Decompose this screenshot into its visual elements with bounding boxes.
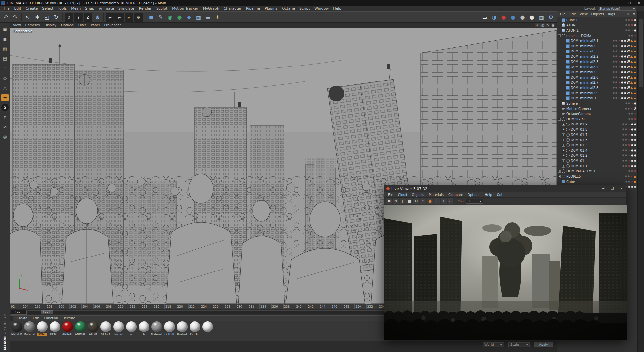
tag-tri[interactable] bbox=[634, 40, 636, 42]
tag-dot[interactable] bbox=[625, 149, 627, 151]
menu-item[interactable]: Render bbox=[137, 6, 154, 11]
pause-render-icon[interactable]: ‖ bbox=[400, 198, 406, 204]
environment-icon[interactable]: ▦ bbox=[194, 13, 203, 22]
tag-wdot[interactable] bbox=[621, 92, 623, 94]
material-item[interactable]: ANIMAT bbox=[62, 321, 73, 336]
tag-wdot[interactable] bbox=[621, 55, 623, 58]
viewport-menu-item[interactable]: ProRender bbox=[102, 23, 123, 28]
material-item[interactable]: Rusted bbox=[176, 321, 188, 336]
expand-toggle[interactable]: - bbox=[558, 118, 561, 121]
tag-wdot[interactable] bbox=[624, 61, 626, 63]
tag-dot[interactable] bbox=[625, 154, 627, 156]
tag-x[interactable] bbox=[631, 19, 633, 22]
tag-wdot[interactable] bbox=[631, 134, 633, 136]
lock-resolution-icon[interactable]: ⊙ bbox=[420, 198, 426, 204]
tag-dot[interactable] bbox=[613, 45, 615, 47]
tag-x[interactable] bbox=[618, 97, 621, 100]
object-row[interactable]: DOM_minimal2.2 bbox=[557, 54, 637, 59]
object-row[interactable]: - DOMBIG_all bbox=[557, 116, 637, 122]
material-menu-item[interactable]: Edit bbox=[30, 316, 41, 321]
edges-mode-icon[interactable]: ◇ bbox=[1, 74, 9, 82]
close-button[interactable]: ✕ bbox=[617, 185, 626, 192]
zoom-view-icon[interactable]: ◱ bbox=[540, 23, 545, 27]
tag-dot[interactable] bbox=[622, 149, 624, 151]
move-tool-icon[interactable]: ✚ bbox=[33, 13, 42, 22]
tag-dot[interactable] bbox=[615, 71, 617, 73]
tag-check[interactable] bbox=[627, 50, 630, 52]
z-axis-lock-icon[interactable]: Z bbox=[84, 13, 92, 22]
polygons-mode-icon[interactable]: △ bbox=[1, 84, 9, 92]
tag-wdot[interactable] bbox=[621, 71, 623, 73]
tag-x[interactable] bbox=[618, 92, 621, 95]
tag-tri[interactable] bbox=[630, 40, 633, 42]
menu-item[interactable]: Plugins bbox=[262, 6, 280, 11]
lock-workplane-icon[interactable]: ⊘ bbox=[1, 123, 9, 131]
tag-dot[interactable] bbox=[613, 55, 615, 57]
tag-tri[interactable] bbox=[634, 71, 636, 73]
tag-x[interactable] bbox=[631, 102, 633, 105]
tag-check[interactable] bbox=[627, 86, 630, 89]
tag-wdot[interactable] bbox=[624, 50, 626, 52]
menu-item[interactable]: Snap bbox=[83, 6, 97, 11]
tag-dot[interactable] bbox=[615, 92, 617, 94]
tag-tri[interactable] bbox=[634, 175, 636, 178]
tag-check[interactable] bbox=[627, 92, 630, 94]
tag-tri[interactable] bbox=[630, 87, 633, 89]
menu-item[interactable]: Edit bbox=[12, 6, 23, 11]
object-row[interactable]: DOM_minimal2.7 bbox=[557, 80, 637, 85]
material-item[interactable]: GLAZA bbox=[100, 321, 112, 336]
menu-item[interactable]: Character bbox=[222, 6, 244, 11]
expand-toggle[interactable]: + bbox=[562, 149, 565, 152]
tag-wdot[interactable] bbox=[631, 160, 633, 162]
tag-dot[interactable] bbox=[615, 55, 617, 57]
make-editable-icon[interactable]: ▣ bbox=[1, 25, 9, 33]
panel-filter-icon[interactable]: ≡ bbox=[626, 12, 631, 17]
tag-dot[interactable] bbox=[625, 165, 627, 167]
tag-x[interactable] bbox=[628, 154, 630, 157]
tag-dot[interactable] bbox=[625, 19, 627, 21]
tag-dot[interactable] bbox=[613, 66, 615, 68]
tag-x[interactable] bbox=[618, 60, 621, 63]
tag-x[interactable] bbox=[631, 29, 633, 32]
tag-dot[interactable] bbox=[613, 71, 615, 73]
points-mode-icon[interactable]: ∷ bbox=[1, 65, 9, 72]
material-item[interactable]: b bbox=[138, 321, 150, 336]
tag-x[interactable] bbox=[618, 39, 621, 42]
focus-picker-icon[interactable]: ✛ bbox=[434, 198, 440, 204]
object-row[interactable]: ATOM.1 bbox=[557, 28, 637, 33]
tag-dot[interactable] bbox=[628, 170, 630, 172]
tag-x[interactable] bbox=[628, 149, 630, 152]
tag-tri[interactable] bbox=[634, 92, 636, 94]
tag-dot[interactable] bbox=[628, 108, 630, 110]
scale-tool-icon[interactable]: ◱ bbox=[42, 13, 51, 22]
tag-wdot[interactable] bbox=[634, 186, 636, 188]
object-row[interactable]: + PEOPLE5 bbox=[557, 174, 637, 179]
expand-toggle[interactable]: + bbox=[562, 128, 565, 131]
menu-item[interactable]: Simulate bbox=[116, 6, 137, 11]
menu-item[interactable]: Motion Tracker bbox=[170, 6, 200, 11]
tag-dot[interactable] bbox=[628, 113, 630, 115]
tag-dot[interactable] bbox=[628, 175, 630, 177]
expand-toggle[interactable]: + bbox=[562, 123, 565, 126]
object-row[interactable]: DOM_minimal2.4 bbox=[557, 64, 637, 69]
tag-wdot[interactable] bbox=[624, 92, 626, 94]
menu-item[interactable]: File bbox=[1, 6, 12, 11]
octane-logo-icon[interactable]: ✱ bbox=[386, 198, 392, 204]
tag-dot[interactable] bbox=[622, 160, 624, 162]
expand-toggle[interactable]: + bbox=[562, 144, 565, 147]
tag-check[interactable] bbox=[627, 55, 630, 58]
tag-dot[interactable] bbox=[625, 144, 627, 146]
shading-sphere-icon[interactable]: ● bbox=[518, 13, 527, 22]
generator-icon[interactable]: ◉ bbox=[166, 13, 175, 22]
tag-check[interactable] bbox=[627, 76, 630, 79]
tag-x[interactable] bbox=[618, 66, 621, 68]
menu-item[interactable]: Octane bbox=[280, 6, 297, 11]
expand-toggle[interactable]: + bbox=[558, 175, 561, 178]
tag-tri[interactable] bbox=[630, 55, 633, 58]
expand-toggle[interactable]: + bbox=[562, 159, 565, 162]
tag-tri[interactable] bbox=[634, 50, 636, 52]
object-row[interactable]: DOM_minimal2.9 bbox=[557, 90, 637, 95]
object-row[interactable]: + DOM_01.7 bbox=[557, 132, 637, 137]
tag-dot[interactable] bbox=[622, 139, 624, 141]
viewport-menu-item[interactable]: Options bbox=[59, 23, 76, 28]
